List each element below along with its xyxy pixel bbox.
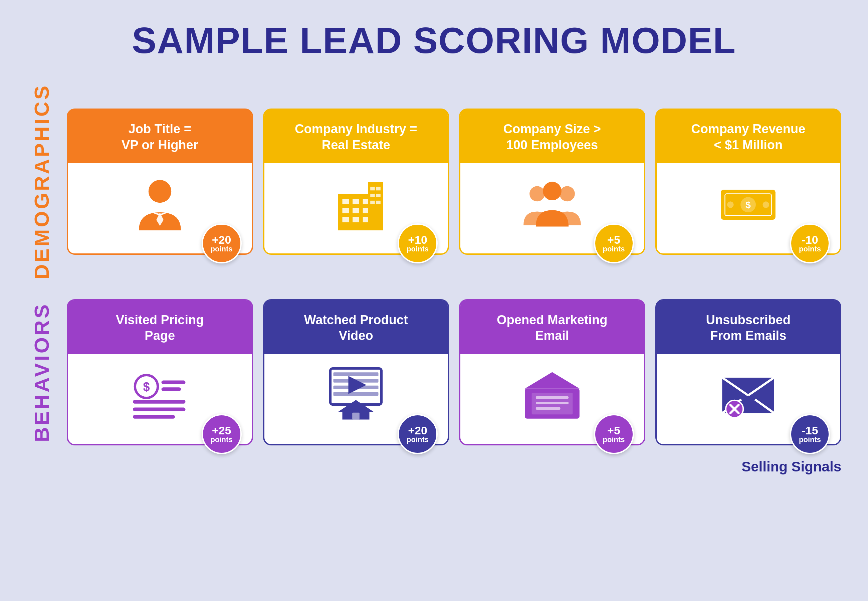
card-body-job-title: +20 points: [68, 163, 252, 253]
unsubscribe-icon: [718, 364, 778, 424]
card-header-text-visited-pricing: Visited PricingPage: [116, 312, 204, 344]
svg-rect-50: [536, 407, 560, 410]
points-label-company-size: points: [603, 246, 625, 253]
card-header-text-company-size: Company Size >100 Employees: [503, 121, 601, 153]
svg-rect-49: [536, 402, 568, 404]
page-title: SAMPLE LEAD SCORING MODEL: [132, 20, 736, 60]
points-badge-watched-video: +20 points: [397, 414, 438, 454]
card-header-text-company-revenue: Company Revenue< $1 Million: [691, 121, 805, 153]
points-label-company-revenue: points: [799, 246, 821, 253]
card-visited-pricing: Visited PricingPage $: [67, 299, 253, 445]
card-company-revenue: Company Revenue< $1 Million $: [655, 108, 842, 255]
svg-rect-18: [370, 201, 375, 204]
points-value-company-industry: +10: [408, 234, 427, 246]
card-body-unsubscribed: -15 points: [657, 354, 840, 444]
card-header-company-industry: Company Industry =Real Estate: [264, 110, 448, 163]
svg-point-0: [149, 180, 171, 202]
card-header-company-size: Company Size >100 Employees: [460, 110, 644, 163]
svg-rect-7: [343, 208, 349, 213]
svg-rect-11: [353, 217, 359, 222]
card-body-watched-video: +20 points: [264, 354, 448, 444]
svg-rect-33: [133, 400, 186, 404]
video-icon: [326, 364, 386, 424]
points-label-visited-pricing: points: [211, 436, 233, 443]
svg-rect-35: [133, 415, 175, 419]
building-icon: [326, 173, 386, 233]
card-header-text-company-industry: Company Industry =Real Estate: [295, 121, 417, 153]
demographics-row: DEMOGRAPHICS Job Title =VP or Higher: [27, 84, 841, 279]
points-badge-company-size: +5 points: [594, 223, 634, 264]
svg-text:$: $: [746, 200, 751, 210]
svg-rect-19: [376, 201, 381, 204]
points-value-company-size: +5: [607, 234, 620, 246]
points-label-opened-email: points: [603, 436, 625, 443]
behaviors-label: BEHAVIORS: [27, 302, 53, 442]
demographics-label: DEMOGRAPHICS: [27, 84, 53, 279]
points-badge-job-title: +20 points: [202, 223, 242, 264]
card-header-text-opened-email: Opened MarketingEmail: [497, 312, 608, 344]
svg-point-28: [763, 201, 769, 208]
points-label-job-title: points: [211, 246, 233, 253]
card-body-opened-email: +5 points: [460, 354, 644, 444]
svg-rect-15: [376, 187, 381, 190]
points-badge-company-revenue: -10 points: [790, 223, 830, 264]
svg-point-27: [727, 201, 734, 208]
branding: Selling Signals: [742, 459, 841, 475]
points-label-unsubscribed: points: [799, 436, 821, 443]
svg-rect-40: [333, 392, 379, 396]
card-opened-email: Opened MarketingEmail: [459, 299, 645, 445]
points-value-unsubscribed: -15: [802, 425, 818, 436]
svg-rect-5: [353, 199, 359, 204]
card-header-unsubscribed: UnsubscribedFrom Emails: [657, 300, 840, 354]
card-header-text-unsubscribed: UnsubscribedFrom Emails: [706, 312, 790, 344]
people-icon: [522, 173, 582, 233]
svg-marker-43: [338, 400, 374, 412]
card-unsubscribed: UnsubscribedFrom Emails: [655, 299, 842, 445]
points-badge-company-industry: +10 points: [397, 223, 438, 264]
svg-rect-16: [370, 194, 375, 197]
email-icon: [522, 364, 582, 424]
card-company-industry: Company Industry =Real Estate: [263, 108, 449, 255]
card-header-company-revenue: Company Revenue< $1 Million: [657, 110, 840, 163]
card-body-company-size: +5 points: [460, 163, 644, 253]
svg-point-21: [559, 186, 575, 201]
svg-point-22: [543, 182, 562, 200]
svg-rect-17: [376, 194, 381, 197]
card-header-text-watched-video: Watched ProductVideo: [304, 312, 408, 344]
points-value-company-revenue: -10: [802, 234, 818, 246]
behaviors-row: BEHAVIORS Visited PricingPage $: [27, 299, 841, 445]
card-body-company-industry: +10 points: [264, 163, 448, 253]
svg-marker-41: [349, 376, 367, 394]
card-watched-video: Watched ProductVideo: [263, 299, 449, 445]
svg-rect-32: [161, 387, 181, 391]
svg-rect-44: [352, 413, 359, 420]
svg-marker-45: [525, 372, 580, 389]
card-body-visited-pricing: $ +25 points: [68, 354, 252, 444]
points-value-watched-video: +20: [408, 425, 427, 436]
points-label-watched-video: points: [407, 436, 429, 443]
demographics-cards: Job Title =VP or Higher: [67, 108, 841, 255]
svg-rect-48: [536, 396, 568, 399]
money-icon: $: [718, 173, 778, 233]
svg-rect-10: [343, 217, 349, 222]
card-header-text-job-title: Job Title =VP or Higher: [122, 121, 198, 153]
svg-point-20: [530, 186, 545, 201]
card-job-title: Job Title =VP or Higher: [67, 108, 253, 255]
card-header-watched-video: Watched ProductVideo: [264, 300, 448, 354]
svg-rect-14: [370, 187, 375, 190]
svg-rect-8: [353, 208, 359, 213]
svg-text:$: $: [143, 380, 149, 394]
points-value-job-title: +20: [212, 234, 231, 246]
card-header-opened-email: Opened MarketingEmail: [460, 300, 644, 354]
points-label-company-industry: points: [407, 246, 429, 253]
points-badge-unsubscribed: -15 points: [790, 414, 830, 454]
sections-wrapper: DEMOGRAPHICS Job Title =VP or Higher: [27, 84, 841, 445]
points-value-visited-pricing: +25: [212, 425, 231, 436]
pricing-icon: $: [130, 364, 190, 424]
card-company-size: Company Size >100 Employees: [459, 108, 645, 255]
svg-rect-37: [333, 372, 379, 376]
svg-rect-31: [161, 381, 185, 384]
card-header-job-title: Job Title =VP or Higher: [68, 110, 252, 163]
behaviors-cards: Visited PricingPage $: [67, 299, 841, 445]
svg-rect-13: [368, 182, 383, 230]
